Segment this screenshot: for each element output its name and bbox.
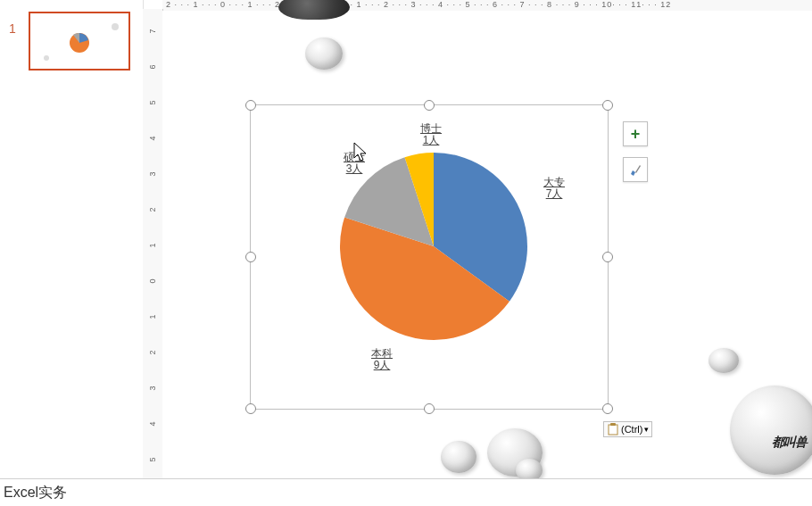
data-label-benke: 本科9人 (371, 348, 393, 371)
svg-point-2 (112, 23, 119, 30)
decoration-blob (278, 0, 350, 20)
resize-handle-w[interactable] (245, 252, 256, 262)
paste-options-label: (Ctrl) (621, 424, 642, 435)
thumbnail-panel: 1 (0, 0, 144, 506)
slide-thumbnail-1[interactable] (29, 12, 130, 71)
brush-icon (628, 162, 642, 177)
bottom-label: Excel实务 (4, 484, 67, 502)
resize-handle-nw[interactable] (245, 100, 256, 111)
vertical-ruler: 7 6 5 4 3 2 1 0 1 2 3 4 5 (143, 9, 163, 479)
svg-point-1 (44, 55, 49, 61)
pie-chart[interactable] (336, 148, 532, 344)
svg-rect-3 (609, 425, 617, 435)
watermark: 都叫兽 (772, 435, 807, 451)
paste-options[interactable]: (Ctrl) ▾ (603, 421, 652, 437)
data-label-shuoshi: 硕士3人 (344, 152, 365, 175)
chart-elements-button[interactable]: + (623, 121, 648, 146)
chevron-down-icon: ▾ (644, 425, 649, 434)
decoration-bubble (305, 37, 343, 70)
chart-styles-button[interactable] (623, 157, 648, 182)
slide-number: 1 (9, 21, 16, 36)
resize-handle-se[interactable] (602, 403, 613, 414)
resize-handle-s[interactable] (424, 403, 435, 414)
resize-handle-n[interactable] (424, 100, 435, 111)
data-label-dazhuan: 大专7人 (543, 177, 565, 200)
resize-handle-e[interactable] (602, 252, 613, 262)
slide-edit-area[interactable]: 大专7人 本科9人 硕士3人 博士1人 + (Ctrl) ▾ 都叫兽 (162, 11, 812, 479)
plus-icon: + (631, 125, 641, 144)
chart-object[interactable]: 大专7人 本科9人 硕士3人 博士1人 (250, 104, 609, 410)
clipboard-icon (607, 423, 619, 435)
decoration-bubble (441, 441, 476, 473)
decoration-bubble (708, 348, 739, 373)
data-label-boshi: 博士1人 (420, 123, 442, 146)
decoration-bubble (730, 386, 812, 475)
resize-handle-ne[interactable] (602, 100, 613, 111)
status-bar (0, 478, 812, 506)
resize-handle-sw[interactable] (245, 403, 256, 414)
svg-rect-4 (610, 423, 616, 426)
